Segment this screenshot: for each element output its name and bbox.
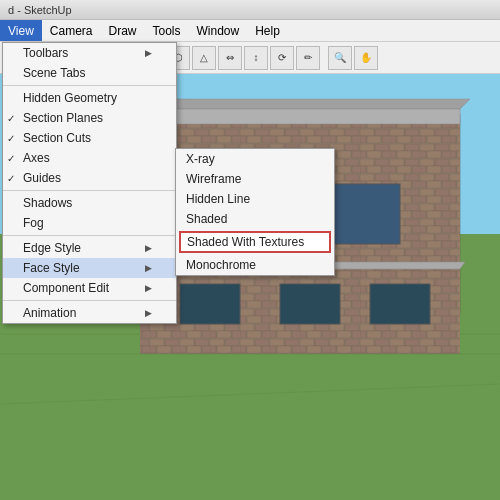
- submenu-shaded-textures[interactable]: Shaded With Textures: [179, 231, 331, 253]
- svg-rect-21: [370, 284, 430, 324]
- menu-item-edge-style[interactable]: Edge Style ▶: [3, 238, 176, 258]
- toolbar-btn-pan[interactable]: ✋: [354, 46, 378, 70]
- title-text: d - SketchUp: [8, 4, 72, 16]
- menu-window[interactable]: Window: [189, 20, 248, 41]
- submenu-wireframe[interactable]: Wireframe: [176, 169, 334, 189]
- menu-item-guides[interactable]: ✓ Guides: [3, 168, 176, 188]
- menu-item-animation[interactable]: Animation ▶: [3, 303, 176, 323]
- title-bar: d - SketchUp: [0, 0, 500, 20]
- menu-item-toolbars[interactable]: Toolbars ▶: [3, 43, 176, 63]
- toolbar-btn-7[interactable]: △: [192, 46, 216, 70]
- menu-item-fog[interactable]: Fog: [3, 213, 176, 233]
- menu-divider-3: [3, 235, 176, 236]
- menu-item-axes[interactable]: ✓ Axes: [3, 148, 176, 168]
- menu-view[interactable]: View: [0, 20, 42, 41]
- menu-help[interactable]: Help: [247, 20, 288, 41]
- menubar: View Camera Draw Tools Window Help: [0, 20, 500, 42]
- menu-divider-2: [3, 190, 176, 191]
- submenu-shaded[interactable]: Shaded: [176, 209, 334, 229]
- menu-item-section-planes[interactable]: ✓ Section Planes: [3, 108, 176, 128]
- view-dropdown-menu: Toolbars ▶ Scene Tabs Hidden Geometry ✓ …: [2, 42, 177, 324]
- toolbar-btn-8[interactable]: ⇔: [218, 46, 242, 70]
- svg-rect-19: [180, 284, 240, 324]
- face-style-submenu: X-ray Wireframe Hidden Line Shaded Shade…: [175, 148, 335, 276]
- svg-rect-20: [280, 284, 340, 324]
- menu-draw[interactable]: Draw: [100, 20, 144, 41]
- submenu-monochrome[interactable]: Monochrome: [176, 255, 334, 275]
- menu-item-component-edit[interactable]: Component Edit ▶: [3, 278, 176, 298]
- menu-divider-1: [3, 85, 176, 86]
- toolbar-btn-10[interactable]: ⟳: [270, 46, 294, 70]
- menu-item-hidden-geometry[interactable]: Hidden Geometry: [3, 88, 176, 108]
- menu-item-scene-tabs[interactable]: Scene Tabs: [3, 63, 176, 83]
- toolbar-btn-9[interactable]: ↕: [244, 46, 268, 70]
- menu-item-section-cuts[interactable]: ✓ Section Cuts: [3, 128, 176, 148]
- menu-item-shadows[interactable]: Shadows: [3, 193, 176, 213]
- menu-divider-4: [3, 300, 176, 301]
- toolbar-btn-12[interactable]: 🔍: [328, 46, 352, 70]
- submenu-hidden-line[interactable]: Hidden Line: [176, 189, 334, 209]
- menu-camera[interactable]: Camera: [42, 20, 101, 41]
- submenu-xray[interactable]: X-ray: [176, 149, 334, 169]
- toolbar-btn-11[interactable]: ✏: [296, 46, 320, 70]
- menu-tools[interactable]: Tools: [145, 20, 189, 41]
- menu-item-face-style[interactable]: Face Style ▶: [3, 258, 176, 278]
